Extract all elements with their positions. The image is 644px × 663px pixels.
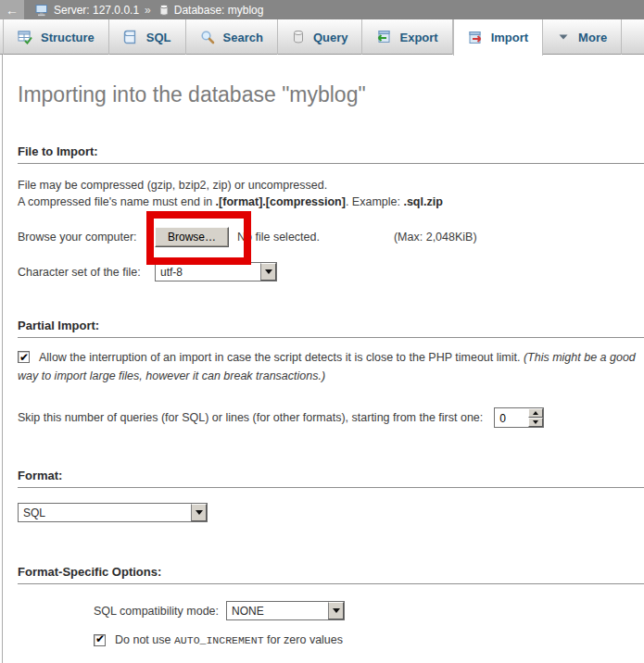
breadcrumb-database-link[interactable]: Database: myblog xyxy=(174,4,264,17)
section-heading-partial-import: Partial Import: xyxy=(18,319,644,338)
browse-row: Browse your computer: Browse… No file se… xyxy=(18,227,644,247)
sql-compatibility-value: NONE xyxy=(227,602,328,619)
browse-button[interactable]: Browse… xyxy=(155,227,229,247)
dropdown-arrow-icon[interactable] xyxy=(328,602,344,619)
allow-interruption-text: Allow the interruption of an import in c… xyxy=(39,351,524,364)
main-content: Importing into the database "myblog" Fil… xyxy=(2,55,644,663)
charset-row: Character set of the file: utf-8 xyxy=(18,262,644,281)
skip-queries-stepper[interactable]: 0 xyxy=(494,407,544,428)
skip-queries-value: 0 xyxy=(495,408,528,427)
tab-query[interactable]: Query xyxy=(278,19,363,55)
charset-select[interactable]: utf-8 xyxy=(155,262,277,281)
tab-more[interactable]: More xyxy=(543,19,622,55)
breadcrumb-bar: ← Server: 127.0.0.1 » Database: myblog xyxy=(0,0,644,19)
server-icon xyxy=(35,4,49,17)
naming-info-line: A compressed file's name must end in .[f… xyxy=(18,194,644,210)
skip-queries-row: Skip this number of queries (for SQL) or… xyxy=(18,407,644,428)
tab-structure[interactable]: Structure xyxy=(3,19,109,55)
tab-label: SQL xyxy=(146,31,171,44)
compression-info-line: File may be compressed (gzip, bzip2, zip… xyxy=(18,177,644,194)
tab-label: Export xyxy=(399,31,437,44)
tab-import[interactable]: Import xyxy=(453,19,543,56)
stepper-down-button[interactable] xyxy=(528,418,543,427)
breadcrumb-separator: » xyxy=(145,4,151,17)
database-icon xyxy=(158,4,170,17)
no-file-selected-text: No file selected. xyxy=(237,231,320,244)
tab-label: Search xyxy=(223,31,263,44)
sql-icon xyxy=(123,30,138,44)
auto-increment-keyword: AUTO_INCREMENT xyxy=(174,634,264,646)
tab-search[interactable]: Search xyxy=(186,19,278,55)
back-arrow-button[interactable]: ← xyxy=(0,0,24,19)
section-heading-file-to-import: File to Import: xyxy=(18,144,644,164)
tab-sql[interactable]: SQL xyxy=(109,19,186,55)
breadcrumb-server-link[interactable]: Server: 127.0.0.1 xyxy=(54,4,139,17)
page-title: Importing into the database "myblog" xyxy=(18,55,644,107)
allow-interruption-row: Allow the interruption of an import in c… xyxy=(18,349,640,385)
chevron-down-icon xyxy=(557,31,570,44)
section-heading-format-specific: Format-Specific Options: xyxy=(18,565,644,584)
export-icon xyxy=(376,30,391,44)
tab-label: More xyxy=(578,31,607,44)
section-heading-format: Format: xyxy=(18,469,644,488)
tab-label: Structure xyxy=(41,31,95,44)
allow-interruption-checkbox[interactable] xyxy=(18,351,30,363)
browse-label: Browse your computer: xyxy=(18,231,155,244)
sql-compatibility-label: SQL compatibility mode: xyxy=(94,605,219,618)
charset-label: Character set of the file: xyxy=(18,266,155,279)
max-size-note: (Max: 2,048KiB) xyxy=(394,231,477,244)
stepper-up-button[interactable] xyxy=(528,408,543,418)
query-icon xyxy=(292,30,305,44)
tab-label: Import xyxy=(491,31,528,44)
tab-label: Query xyxy=(313,31,348,44)
sql-compatibility-select[interactable]: NONE xyxy=(226,601,345,620)
format-selected-value: SQL xyxy=(19,504,191,521)
skip-queries-label: Skip this number of queries (for SQL) or… xyxy=(18,411,483,424)
tab-bar: Structure SQL Search Query xyxy=(0,19,644,55)
import-icon xyxy=(468,31,483,45)
structure-icon xyxy=(18,30,32,44)
auto-increment-checkbox[interactable] xyxy=(94,634,106,646)
format-select[interactable]: SQL xyxy=(18,503,208,522)
dropdown-arrow-icon[interactable] xyxy=(260,263,276,281)
search-icon xyxy=(200,30,215,44)
charset-selected-value: utf-8 xyxy=(156,263,260,281)
tab-export[interactable]: Export xyxy=(362,19,452,55)
auto-increment-label: Do not use AUTO_INCREMENT for zero value… xyxy=(115,633,343,646)
dropdown-arrow-icon[interactable] xyxy=(191,504,207,521)
file-info-text: File may be compressed (gzip, bzip2, zip… xyxy=(18,177,644,210)
sql-compatibility-row: SQL compatibility mode: NONE xyxy=(18,601,644,620)
auto-increment-row: Do not use AUTO_INCREMENT for zero value… xyxy=(18,633,644,646)
